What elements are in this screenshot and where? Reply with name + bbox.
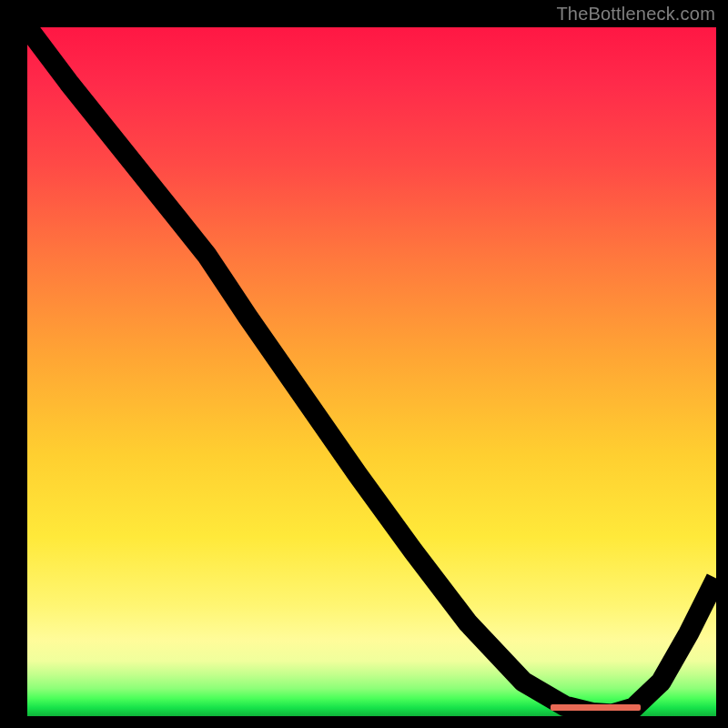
optimal-range-marker xyxy=(551,704,640,711)
chart-frame: TheBottleneck.com xyxy=(0,0,728,728)
plot-area xyxy=(27,27,716,716)
marker-layer xyxy=(27,27,716,716)
watermark-label: TheBottleneck.com xyxy=(556,4,715,25)
